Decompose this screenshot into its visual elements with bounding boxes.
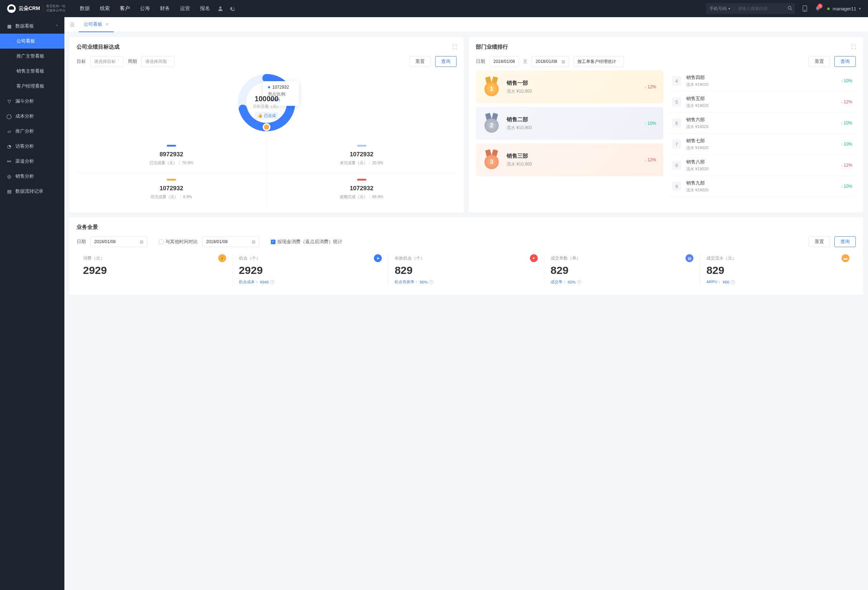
search-button[interactable] [784,6,795,12]
trend-icon: 10% [645,121,656,126]
sidebar-item-6[interactable]: ▤数据流转记录 [0,184,64,199]
user-menu[interactable]: manager11 ▾ [827,6,861,12]
metric-4: 成交流水（元）▬829ARPU：¥80 ? [700,251,856,288]
chevron-down-icon: ▾ [859,7,861,10]
sidebar-icon: ◔ [6,144,12,149]
phone-icon[interactable] [229,5,236,12]
nav-item-1[interactable]: 线索 [100,5,110,12]
mobile-icon[interactable] [802,5,808,12]
rank-row-8[interactable]: 8销售八部流水 ¥19020 12% [668,155,856,176]
rank-top-1[interactable]: 1销售一部流水 ¥10,900 12% [476,71,663,103]
checkbox-icon [271,240,276,244]
help-icon[interactable]: ? [731,280,735,284]
help-icon[interactable]: ? [429,280,433,284]
rank-row-6[interactable]: 6销售六部流水 ¥19020 10% [668,113,856,134]
search-input[interactable] [734,6,784,11]
logo[interactable]: 云朵CRM 教育机构一站 式服务云平台 [7,4,65,13]
rank-top-2[interactable]: 2销售二部流水 ¥10,900 10% [476,107,663,140]
rank-row-9[interactable]: 9销售九部流水 ¥19020 10% [668,176,856,197]
user-icon[interactable] [217,5,224,12]
goal-card: 公司业绩目标达成 ⛶ 目标 请选择目标˅ 周期 请选择周期˅ 重置 [69,37,464,212]
chevron-down-icon: ˅ [169,60,171,63]
bell-icon[interactable]: 5 [814,5,821,12]
chevron-down-icon: ▾ [728,7,730,10]
notif-badge: 5 [818,4,822,9]
rank-row-4[interactable]: 4销售四部流水 ¥19020 10% [668,71,856,91]
sidebar-item-2[interactable]: ▱推广分析 [0,124,64,139]
rank-row-5[interactable]: 5销售五部流水 ¥19020 12% [668,91,856,113]
achieved-badge: 👍已达成 [255,112,279,119]
hamburger-icon[interactable]: ☰ [67,22,77,28]
donut-chart: 1072932 所占比例: 70.9% 100000 目标总量（元） [234,71,299,135]
help-icon[interactable]: ? [270,280,275,284]
cash-checkbox[interactable]: 按现金消费（返点后消费）统计 [271,238,342,245]
metric-icon: ▤ [685,254,694,262]
rank-date-to[interactable]: 2018/01/08▦ [532,56,569,67]
sidebar-item-1[interactable]: ◯成本分析 [0,109,64,124]
period-select[interactable]: 请选择周期˅ [141,56,174,67]
trend-icon: 10% [841,121,852,125]
top-nav: 数据线索客户公海财务运营报名 [80,5,210,12]
donut-total: 100000 [253,95,280,103]
nav-item-4[interactable]: 财务 [160,5,170,12]
svg-point-1 [788,6,791,9]
sidebar-sub-0[interactable]: 公司看板 [0,34,64,49]
query-button[interactable]: 查询 [834,56,856,67]
nav-item-2[interactable]: 客户 [120,5,130,12]
goal-stat-2: 1072932应完成量（元）8.9% [77,172,267,206]
date-label: 日期 [476,58,485,65]
query-button[interactable]: 查询 [834,236,856,247]
sidebar-sub-3[interactable]: 客户经理看板 [0,79,64,94]
reset-button[interactable]: 重置 [809,56,830,67]
expand-icon[interactable]: ⛶ [852,45,856,50]
target-select[interactable]: 请选择目标˅ [90,56,123,67]
sidebar-icon: ▱ [6,129,12,134]
logo-icon [7,4,16,13]
chevron-up-icon: ˄ [56,24,58,28]
medal-icon: 1 [483,77,500,97]
nav-item-6[interactable]: 报名 [200,5,210,12]
sidebar-sub-1[interactable]: 推广主管看板 [0,49,64,64]
search-type-select[interactable]: 手机号码 ▾ [706,6,734,12]
sidebar-sub-2[interactable]: 销售主管看板 [0,64,64,79]
help-icon[interactable]: ? [577,280,582,284]
query-button[interactable]: 查询 [435,56,456,67]
reset-button[interactable]: 重置 [809,236,830,247]
nav-item-5[interactable]: 运营 [180,5,190,12]
metric-3: 成交单数（单）▤829成交率：80% ? [544,251,700,288]
thumbsup-icon: 👍 [258,113,263,118]
rank-date-from[interactable]: 2018/01/08 [489,56,519,67]
compare-checkbox[interactable]: 与其他时间对比 [159,238,198,245]
metric-0: 消费（元）💰2929 [77,251,233,288]
date-label: 日期 [77,238,86,245]
goal-stat-1: 1072932未完成量（元）20.9% [267,138,456,172]
sidebar-icon: ◎ [6,174,12,179]
to-label: 至 [523,59,527,65]
rank-top-3[interactable]: 3销售三部流水 ¥10,900 12% [476,143,663,176]
overview-date1[interactable]: 2018/01/08▦ [90,236,148,247]
expand-icon[interactable]: ⛶ [452,45,456,50]
topbar-right: 手机号码 ▾ 5 manager11 ▾ [706,3,861,14]
sidebar-item-4[interactable]: ⚯渠道分析 [0,154,64,169]
nav-item-0[interactable]: 数据 [80,5,90,12]
groupby-select[interactable]: 按工单客户经理统计˅ [574,56,624,67]
close-icon[interactable]: ✕ [105,22,109,27]
sidebar-item-3[interactable]: ◔访客分析 [0,139,64,154]
goal-stat-3: 1072932超额完成（元）89.9% [267,172,456,206]
sidebar-item-5[interactable]: ◎销售分析 [0,169,64,184]
rank-row-7[interactable]: 7销售七部流水 ¥19020 10% [668,134,856,155]
metric-icon: ▬ [841,254,849,262]
trend-icon: 10% [841,184,852,189]
sidebar: ▦ 数据看板 ˄ 公司看板推广主管看板销售主管看板客户经理看板 ▽漏斗分析◯成本… [0,17,64,590]
rank-card: 部门业绩排行 ⛶ 日期 2018/01/08 至 2018/01/08▦ 按工单… [469,37,863,212]
tab-company-board[interactable]: 公司看板 ✕ [79,17,114,32]
reset-button[interactable]: 重置 [409,56,431,67]
trend-icon: 12% [841,163,852,168]
overview-date2[interactable]: 2018/01/08▦ [202,236,260,247]
metric-1: 机会（个）➤2929机会成本：¥948 ? [233,251,388,288]
metric-2: 有效机会（个）✦829机会有效率：80% ? [388,251,544,288]
nav-item-3[interactable]: 公海 [140,5,150,12]
sidebar-item-0[interactable]: ▽漏斗分析 [0,94,64,109]
period-label: 周期 [128,58,137,65]
sidebar-header-dashboard[interactable]: ▦ 数据看板 ˄ [0,19,64,34]
